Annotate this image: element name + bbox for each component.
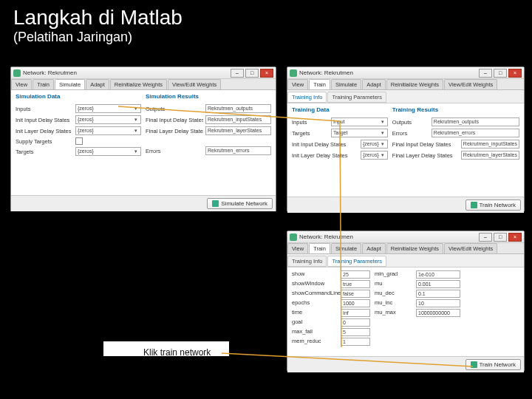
- tab-adapt[interactable]: Adapt: [362, 79, 386, 89]
- label-flds: Final Layer Delay States: [392, 152, 459, 159]
- subtab-training-params[interactable]: Training Parameters: [327, 256, 386, 267]
- subtab-training-info[interactable]: Training Info: [287, 92, 327, 103]
- maximize-button[interactable]: □: [494, 233, 507, 242]
- tab-reinit[interactable]: Reinitialize Weights: [110, 79, 167, 89]
- field-errors[interactable]: Rekrutmen_errors: [205, 146, 271, 155]
- subtab-training-params[interactable]: Training Parameters: [327, 92, 386, 103]
- tab-train[interactable]: Train: [309, 243, 330, 253]
- maximize-button[interactable]: □: [494, 69, 507, 78]
- tab-train[interactable]: Train: [309, 79, 330, 89]
- param-label: mu: [375, 280, 412, 288]
- play-icon: [471, 361, 477, 368]
- param-value[interactable]: 1e-010: [416, 270, 460, 279]
- field-errors[interactable]: Rekrutmen_errors: [432, 129, 519, 137]
- tab-simulate[interactable]: Simulate: [331, 243, 361, 253]
- tab-viewedit[interactable]: View/Edit Weights: [444, 79, 497, 89]
- chevron-down-icon[interactable]: ▾: [133, 148, 139, 155]
- param-value[interactable]: 5: [341, 328, 370, 336]
- param-value[interactable]: 0: [341, 318, 370, 327]
- chevron-down-icon[interactable]: ▾: [380, 118, 386, 126]
- field-outputs[interactable]: Rekrutmen_outputs: [205, 104, 271, 113]
- train-network-button[interactable]: Train Network: [466, 200, 522, 211]
- minimize-button[interactable]: –: [479, 233, 492, 242]
- subtabbar: Training Info Training Parameters: [287, 90, 524, 103]
- tab-simulate[interactable]: Simulate: [55, 79, 85, 89]
- field-outputs[interactable]: Rekrutmen_outputs: [432, 117, 519, 126]
- param-label: max_fail: [292, 328, 336, 336]
- chevron-down-icon[interactable]: ▾: [380, 140, 386, 148]
- minimize-button[interactable]: –: [231, 69, 244, 78]
- param-grid: show25min_grad1e-010 showWindowtruemu0.0…: [292, 270, 519, 346]
- app-icon: [290, 69, 297, 77]
- field-fids[interactable]: Rekrutmen_inputStates: [205, 115, 271, 124]
- slide-title: Langkah di Matlab: [0, 0, 532, 30]
- label-inputs: Inputs: [16, 106, 73, 112]
- tab-viewedit[interactable]: View/Edit Weights: [444, 243, 497, 253]
- chevron-down-icon[interactable]: ▾: [133, 105, 139, 112]
- tab-train[interactable]: Train: [33, 79, 54, 89]
- tabbar: View Train Simulate Adapt Reinitialize W…: [287, 243, 524, 254]
- section-header: Training Results: [392, 106, 519, 113]
- maximize-button[interactable]: □: [245, 69, 259, 78]
- close-button[interactable]: ×: [260, 69, 273, 78]
- chevron-down-icon[interactable]: ▾: [133, 116, 139, 123]
- chevron-down-icon[interactable]: ▾: [133, 127, 139, 134]
- tab-view[interactable]: View: [11, 79, 32, 89]
- param-value[interactable]: 10000000000: [416, 309, 460, 317]
- param-value[interactable]: 25: [341, 270, 370, 279]
- tab-adapt[interactable]: Adapt: [86, 79, 109, 89]
- param-value[interactable]: 0.1: [416, 290, 460, 298]
- param-value[interactable]: 1000: [341, 299, 370, 307]
- label-targets: Targets: [16, 149, 73, 155]
- param-value[interactable]: 0.001: [416, 280, 460, 288]
- param-value[interactable]: 1: [341, 338, 370, 346]
- close-button[interactable]: ×: [508, 233, 522, 242]
- checkbox-supply[interactable]: [75, 137, 83, 145]
- window-train-info: Network: Rekrutmen – □ × View Train Simu…: [287, 66, 525, 211]
- titlebar: Network: Rekrutmen – □ ×: [11, 67, 276, 79]
- param-value[interactable]: true: [341, 280, 370, 288]
- close-button[interactable]: ×: [508, 69, 522, 78]
- field-fids[interactable]: Rekrutmen_inputStates: [461, 140, 519, 149]
- field-inputs[interactable]: {zeros}▾: [75, 104, 141, 113]
- label-fids: Final Input Delay States: [392, 141, 459, 148]
- subtab-training-info[interactable]: Training Info: [287, 256, 327, 267]
- tabbar: View Train Simulate Adapt Reinitialize W…: [287, 79, 524, 90]
- section-header: Simulation Data: [16, 93, 141, 100]
- field-ilds[interactable]: {zeros}▾: [361, 151, 388, 160]
- titlebar: Network: Rekrutmen – □ ×: [287, 67, 524, 79]
- tab-viewedit[interactable]: View/Edit Weights: [168, 79, 221, 89]
- tab-view[interactable]: View: [287, 79, 308, 89]
- minimize-button[interactable]: –: [479, 69, 492, 78]
- field-ilds[interactable]: {zeros}▾: [75, 126, 141, 135]
- label-errors: Errors: [146, 148, 203, 154]
- param-value[interactable]: 10: [416, 299, 460, 307]
- field-targets[interactable]: {zeros}▾: [75, 147, 141, 156]
- tab-reinit[interactable]: Reinitialize Weights: [386, 243, 443, 253]
- train-network-button[interactable]: Train Network: [466, 359, 522, 370]
- param-label: showCommandLine: [292, 290, 336, 298]
- chevron-down-icon[interactable]: ▾: [380, 151, 386, 159]
- field-flds[interactable]: Rekrutmen_layerStates: [205, 126, 271, 135]
- field-iids[interactable]: {zeros}▾: [75, 115, 141, 124]
- section-header: Simulation Results: [146, 93, 271, 100]
- app-icon: [290, 233, 297, 241]
- chevron-down-icon[interactable]: ▾: [380, 129, 386, 137]
- field-iids[interactable]: {zeros}▾: [361, 140, 388, 149]
- tab-simulate[interactable]: Simulate: [331, 79, 361, 89]
- slide-subtitle: (Pelatihan Jaringan): [0, 30, 532, 51]
- tab-reinit[interactable]: Reinitialize Weights: [386, 79, 443, 89]
- field-flds[interactable]: Rekrutmen_layerStates: [461, 151, 519, 160]
- window-simulate: Network: Rekrutmen – □ × View Train Simu…: [10, 66, 276, 211]
- tab-view[interactable]: View: [287, 243, 308, 253]
- caption-klik-train: Klik train network: [143, 347, 211, 358]
- param-value[interactable]: Inf: [341, 309, 370, 317]
- simulate-network-button[interactable]: Simulate Network: [207, 198, 273, 209]
- label-ilds: Init Layer Delay States: [16, 128, 73, 134]
- label-iids: Init Input Delay States: [16, 117, 73, 123]
- param-value[interactable]: false: [341, 290, 370, 298]
- tab-adapt[interactable]: Adapt: [362, 243, 386, 253]
- app-icon: [13, 69, 21, 77]
- field-targets[interactable]: Target▾: [331, 129, 388, 137]
- field-inputs[interactable]: Input▾: [331, 117, 388, 126]
